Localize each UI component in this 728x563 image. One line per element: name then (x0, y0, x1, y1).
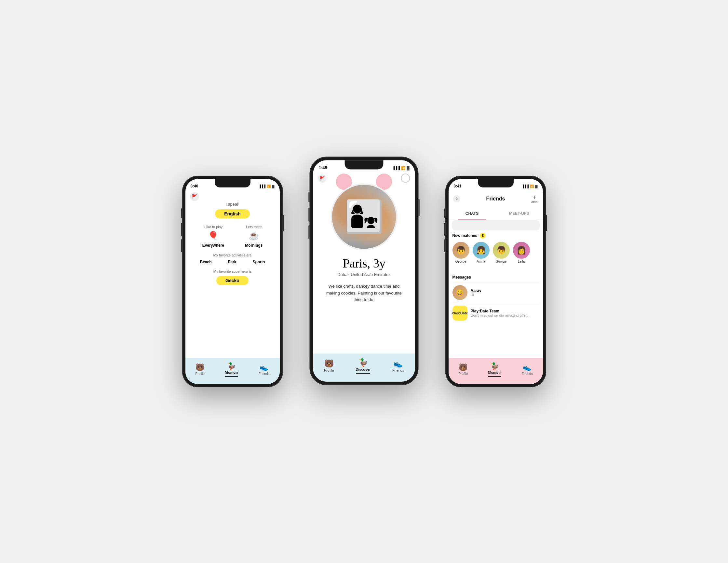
friends-title: Friends (486, 196, 505, 202)
child-location: Dubai, United Arab Emirates (337, 272, 391, 277)
play-value: Everywhere (202, 243, 224, 248)
notch-center (345, 160, 384, 169)
match-name-leila: Leila (518, 260, 525, 263)
status-icons-center: ▐▐▐ 📶 ▓ (392, 166, 409, 170)
match-avatar-george1: 👦 (452, 242, 469, 259)
playdate-avatar: Play:Date (452, 306, 467, 321)
tea-icon: ☕ (245, 231, 263, 241)
new-matches-header: New matches 5 (452, 233, 539, 238)
match-name-amna: Amna (477, 260, 485, 263)
meet-item: Lets meet ☕ Mornings (245, 225, 263, 248)
activity-park: Park (228, 260, 236, 264)
friends-icon-center: 👟 (393, 360, 403, 368)
nav-underline-right (488, 376, 501, 377)
battery-icon-r: ▓ (535, 184, 537, 188)
discover-label-right: Discover (488, 371, 502, 375)
match-item-leila[interactable]: 👩 Leila (513, 242, 530, 263)
time-right: 3:41 (454, 184, 462, 188)
meet-value: Mornings (245, 243, 263, 248)
nav-profile-center[interactable]: 🐻 Profile (324, 360, 334, 373)
signal-icon-r: ▐▐▐ (522, 184, 529, 188)
message-aarav[interactable]: 😄 Aarav Hi (452, 282, 539, 303)
center-content: Paris, 3y Dubai, United Arab Emirates We… (313, 173, 415, 354)
scene: 3:40 ▐▐▐ 📶 ▓ 🚩 I speak English (182, 141, 546, 422)
wifi-icon-c: 📶 (401, 166, 405, 170)
balloon-icon: 🎈 (202, 231, 224, 241)
match-item-amna[interactable]: 👧 Amna (473, 242, 490, 263)
match-item-george1[interactable]: 👦 George (452, 242, 469, 263)
nav-profile-left[interactable]: 🐻 Profile (195, 364, 205, 376)
help-button[interactable]: ? (453, 195, 460, 202)
message-playdate[interactable]: Play:Date Play:Date Team Don't miss out … (452, 303, 539, 323)
profile-label-left: Profile (195, 372, 205, 376)
add-button[interactable]: + ADD (531, 194, 538, 204)
aarav-preview: Hi (471, 293, 539, 297)
photo-placeholder (332, 185, 396, 249)
flag-button-center[interactable]: 🚩 (318, 174, 327, 183)
discover-icon-left: 🦆 (227, 363, 236, 370)
activities-section: My favorite activities are Beach Park Sp… (192, 253, 273, 264)
status-icons-left: ▐▐▐ 📶 ▓ (259, 184, 275, 188)
play-item: I like to play 🎈 Everywhere (202, 225, 224, 248)
aarav-body: Aarav Hi (471, 288, 539, 297)
friends-tabs: CHATS MEET-UPS (449, 207, 543, 220)
nav-discover-center[interactable]: 🦆 Discover (356, 359, 371, 374)
search-bar-right[interactable] (452, 220, 540, 230)
flag-icon-c: 🚩 (319, 176, 325, 181)
nav-discover-right[interactable]: 🦆 Discover (488, 363, 502, 377)
notch-right (478, 179, 514, 187)
battery-icon-c: ▓ (407, 166, 409, 170)
tab-meetups[interactable]: MEET-UPS (496, 207, 543, 220)
superhero-pill: Gecko (192, 276, 273, 285)
profile-icon-right: 🐻 (459, 364, 467, 371)
status-icons-right: ▐▐▐ 📶 ▓ (522, 184, 538, 188)
wifi-icon-r: 📶 (530, 184, 534, 188)
superhero-label: My favorite superhero is (192, 269, 273, 273)
add-label: ADD (531, 200, 538, 204)
messages-section: Messages 😄 Aarav Hi Play:Date Play:Date … (449, 275, 543, 323)
match-name-george1: George (455, 260, 466, 263)
avatar-circle (330, 183, 397, 250)
nav-friends-right[interactable]: 👟 Friends (522, 364, 533, 376)
playdate-body: Play:Date Team Don't miss out on our ama… (471, 309, 539, 317)
center-phone: 1:45 ▐▐▐ 📶 ▓ 🚩 (310, 157, 419, 385)
matches-row: 👦 George 👧 Amna 👦 George 👩 Leila (452, 242, 539, 263)
discover-label-left: Discover (225, 371, 238, 375)
new-matches-section: New matches 5 👦 George 👧 Amna 👦 George (449, 233, 543, 263)
plus-icon: + (533, 194, 536, 200)
match-avatar-george2: 👦 (493, 242, 510, 259)
bottom-nav-left: 🐻 Profile 🦆 Discover 👟 Friends (185, 358, 280, 384)
nav-discover-left[interactable]: 🦆 Discover (225, 363, 238, 377)
nav-friends-left[interactable]: 👟 Friends (259, 364, 269, 376)
left-content: I speak English I like to play 🎈 Everywh… (185, 191, 280, 358)
play-meet-row: I like to play 🎈 Everywhere Lets meet ☕ … (192, 225, 273, 248)
bottom-nav-right: 🐻 Profile 🦆 Discover 👟 Friends (449, 358, 543, 384)
match-item-george2[interactable]: 👦 George (493, 242, 510, 263)
superhero-section: My favorite superhero is Gecko (192, 269, 273, 285)
friends-icon-left: 👟 (260, 364, 268, 371)
matches-badge: 5 (480, 233, 486, 238)
left-screen: 3:40 ▐▐▐ 📶 ▓ 🚩 I speak English (185, 179, 280, 384)
tab-chats[interactable]: CHATS (449, 207, 496, 220)
signal-icon-c: ▐▐▐ (392, 166, 400, 170)
bottom-nav-center: 🐻 Profile 🦆 Discover 👟 Friends (313, 354, 415, 382)
signal-icon: ▐▐▐ (259, 184, 265, 188)
match-avatar-amna: 👧 (473, 242, 490, 259)
friends-label-right: Friends (522, 372, 533, 376)
nav-friends-center[interactable]: 👟 Friends (392, 360, 404, 373)
language-pill: English (192, 209, 273, 218)
left-phone: 3:40 ▐▐▐ 📶 ▓ 🚩 I speak English (182, 176, 283, 387)
profile-label-right: Profile (459, 372, 468, 376)
time-center: 1:45 (319, 166, 327, 170)
circle-button-center[interactable] (401, 173, 410, 182)
i-speak-label: I speak (192, 202, 273, 207)
center-screen: 1:45 ▐▐▐ 📶 ▓ 🚩 (313, 160, 415, 382)
profile-icon-center: 🐻 (324, 360, 334, 368)
new-matches-label: New matches (452, 233, 478, 238)
nav-profile-right[interactable]: 🐻 Profile (459, 364, 468, 376)
lets-meet-label: Lets meet (245, 225, 263, 229)
friends-icon-right: 👟 (523, 364, 532, 371)
match-name-george2: George (496, 260, 506, 263)
profile-icon-left: 🐻 (195, 364, 204, 371)
match-avatar-leila: 👩 (513, 242, 530, 259)
